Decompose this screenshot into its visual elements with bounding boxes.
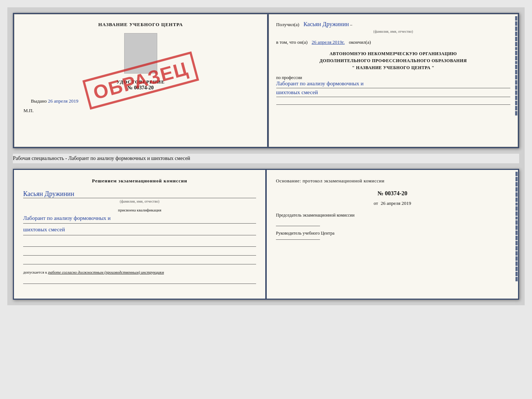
rukovoditel-sig-line [276,239,320,240]
page-wrapper: НАЗВАНИЕ УЧЕБНОГО ЦЕНТРА УДОСТОВЕРЕНИЕ №… [7,7,525,305]
prisvoena-label: присвоена квалификация [23,208,256,212]
dopuskaetsya-text: работе согласно должностным (производств… [48,270,164,274]
org-line1: АВТОНОМНУЮ НЕКОММЕРЧЕСКУЮ ОРГАНИЗАЦИЮ [276,50,511,57]
top-right-page: Получил(а) Касьян Дружинин – (фамилия, и… [269,14,518,147]
protocol-date: от 26 апреля 2019 [276,200,509,206]
bottom-qualification-block: Лаборант по анализу формовочных и шихтов… [23,214,256,235]
bottom-name-block: Касьян Дружинин (фамилия, имя, отчество) [23,190,256,203]
bottom-right-margin-decoration [515,170,518,299]
bottom-fio-small: (фамилия, имя, отчество) [23,199,256,203]
rukovoditel-label: Руководитель учебного Центра [276,230,509,236]
osnovaniye-label: Основание: протокол экзаменационной коми… [276,177,509,185]
vydano-date: 26 апреля 2019 [48,98,79,104]
date-field: в том, что он(а) 26 апреля 2019г. окончи… [276,39,511,46]
fio-label: (фамилия, имя, отчество) [276,29,511,34]
udostoverenie-number: № 00374-20 [116,85,165,91]
top-left-title: НАЗВАНИЕ УЧЕБНОГО ЦЕНТРА [98,22,183,28]
recipient-name: Касьян Дружинин [303,21,349,27]
profession-line2: шихтовых смесей [276,89,511,97]
decision-title: Решением экзаменационной комиссии [23,177,256,185]
bottom-right-page: Основание: протокол экзаменационной коми… [267,170,518,299]
top-certificate-book: НАЗВАНИЕ УЧЕБНОГО ЦЕНТРА УДОСТОВЕРЕНИЕ №… [13,13,519,148]
mp-label: М.П. [24,108,33,114]
udostoverenie-block: УДОСТОВЕРЕНИЕ № 00374-20 [116,79,165,91]
org-block: АВТОНОМНУЮ НЕКОММЕРЧЕСКУЮ ОРГАНИЗАЦИЮ ДО… [276,50,511,72]
received-field: Получил(а) Касьян Дружинин – (фамилия, и… [276,20,511,34]
udostoverenie-label: УДОСТОВЕРЕНИЕ [116,79,165,85]
po-professii-label: по профессии [276,75,511,81]
dopuskaetsya-block: допускается к работе согласно должностны… [23,270,256,274]
vydano-block: Выдано 26 апреля 2019 [31,98,78,104]
qualification-line1: Лаборант по анализу формовочных и [23,214,256,224]
okonchil-label: окончил(а) [349,39,371,45]
middle-text: Рабочая специальность - Лаборант по анал… [13,154,519,163]
bottom-left-page: Решением экзаменационной комиссии Касьян… [14,170,267,299]
ot-label: от [374,200,378,206]
org-line2: ДОПОЛНИТЕЛЬНОГО ПРОФЕССИОНАЛЬНОГО ОБРАЗО… [276,57,511,64]
right-margin-decoration [515,14,518,147]
qualification-line2: шихтовых смесей [23,225,256,235]
protocol-number: № 00374-20 [276,190,509,197]
photo-area [124,33,157,74]
top-left-page: НАЗВАНИЕ УЧЕБНОГО ЦЕНТРА УДОСТОВЕРЕНИЕ №… [14,14,269,147]
profession-line1: Лаборант по анализу формовочных и [276,81,511,88]
ot-date: 26 апреля 2019 [381,200,411,206]
completion-date: 26 апреля 2019г. [312,39,345,45]
chairman-sig-line [276,226,320,226]
signature-lines [23,241,256,264]
bottom-certificate-book: Решением экзаменационной комиссии Касьян… [13,169,519,300]
in-that-label: в том, что он(а) [276,39,308,45]
dopuskaetsya-label: допускается к [23,270,47,274]
vydano-label: Выдано [31,98,47,104]
profession-block: по профессии Лаборант по анализу формово… [276,75,511,105]
bottom-name-handwritten: Касьян Дружинин [23,190,256,198]
org-line3: " НАЗВАНИЕ УЧЕБНОГО ЦЕНТРА " [276,64,511,71]
received-label: Получил(а) [276,22,299,27]
chairman-label: Председатель экзаменационной комиссии [276,212,509,218]
